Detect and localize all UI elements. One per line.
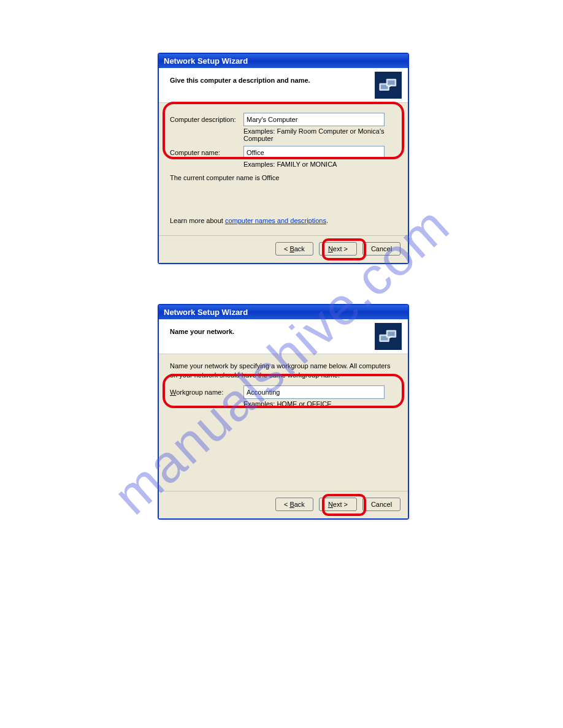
dialog-header: Name your network. xyxy=(159,319,408,354)
intro-text: Name your network by specifying a workgr… xyxy=(170,362,397,381)
titlebar: Network Setup Wizard xyxy=(159,305,408,319)
dialog-header: Give this computer a description and nam… xyxy=(159,68,408,103)
network-computers-icon xyxy=(375,323,402,350)
input-workgroup[interactable] xyxy=(243,385,385,399)
header-title: Name your network. xyxy=(170,328,234,335)
header-title: Give this computer a description and nam… xyxy=(170,77,310,84)
titlebar: Network Setup Wizard xyxy=(159,54,408,68)
current-computer-name-line: The current computer name is Office xyxy=(170,174,397,181)
current-prefix: The current computer name is xyxy=(170,174,262,181)
next-button[interactable]: Next > xyxy=(319,498,357,511)
next-button[interactable]: Next > xyxy=(319,242,357,256)
wizard-dialog-description: Network Setup Wizard Give this computer … xyxy=(158,53,409,264)
back-button[interactable]: < Back xyxy=(275,242,313,256)
wizard-dialog-workgroup: Network Setup Wizard Name your network. … xyxy=(158,304,409,520)
label-workgroup: Workgroup name: xyxy=(170,389,243,396)
hint-computer-description: Examples: Family Room Computer or Monica… xyxy=(243,127,397,142)
label-computer-name: Computer name: xyxy=(170,149,243,156)
cancel-button[interactable]: Cancel xyxy=(362,242,400,256)
row-computer-description: Computer description: xyxy=(170,113,397,126)
learn-more-line: Learn more about computer names and desc… xyxy=(170,217,397,224)
body-spacer xyxy=(170,411,397,485)
dialog-body: Name your network by specifying a workgr… xyxy=(159,354,408,491)
label-computer-description: Computer description: xyxy=(170,116,243,123)
input-computer-name[interactable] xyxy=(243,146,385,159)
network-computers-icon xyxy=(375,72,402,99)
hint-workgroup: Examples: HOME or OFFICE xyxy=(243,400,397,408)
back-button[interactable]: < Back xyxy=(275,498,313,511)
button-row: < Back Next > Cancel xyxy=(159,235,408,263)
cancel-button[interactable]: Cancel xyxy=(362,498,400,511)
svg-rect-3 xyxy=(388,80,394,85)
hint-computer-name: Examples: FAMILY or MONICA xyxy=(243,161,397,168)
button-row: < Back Next > Cancel xyxy=(159,491,408,518)
learn-prefix: Learn more about xyxy=(170,217,225,224)
current-value: Office xyxy=(262,174,280,181)
svg-rect-7 xyxy=(388,332,394,336)
row-workgroup: Workgroup name: xyxy=(170,385,397,399)
row-computer-name: Computer name: xyxy=(170,146,397,159)
input-computer-description[interactable] xyxy=(243,113,385,126)
link-computer-names[interactable]: computer names and descriptions xyxy=(225,217,326,224)
document-page: manualshive.com Network Setup Wizard Giv… xyxy=(0,0,563,728)
dialog-body: Computer description: Examples: Family R… xyxy=(159,103,408,235)
